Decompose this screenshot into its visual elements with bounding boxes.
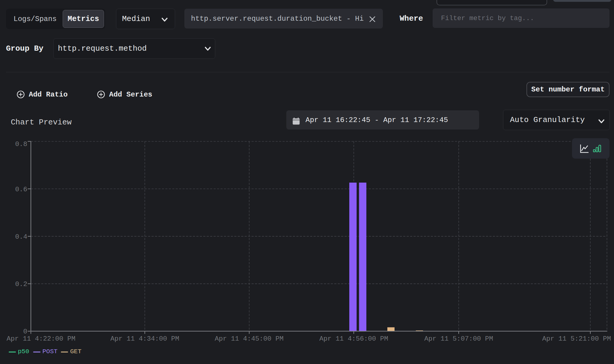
svg-text:Apr 11 4:34:00 PM: Apr 11 4:34:00 PM [110,335,179,343]
svg-text:0.4: 0.4 [15,233,27,241]
svg-text:p50: p50 [18,348,29,355]
svg-text:Apr 11 4:22:00 PM: Apr 11 4:22:00 PM [7,335,76,343]
svg-text:0: 0 [23,328,27,336]
svg-text:Apr 11 5:07:00 PM: Apr 11 5:07:00 PM [424,335,493,343]
svg-text:Apr 11 4:45:00 PM: Apr 11 4:45:00 PM [215,335,284,343]
svg-text:POST: POST [43,348,58,355]
svg-text:Apr 11 4:56:00 PM: Apr 11 4:56:00 PM [319,335,388,343]
svg-text:0.8: 0.8 [15,140,27,148]
svg-text:0.6: 0.6 [15,186,27,193]
svg-text:GET: GET [70,348,82,355]
svg-text:0.2: 0.2 [15,280,27,288]
svg-text:Apr 11 5:21:00 PM: Apr 11 5:21:00 PM [542,335,611,343]
